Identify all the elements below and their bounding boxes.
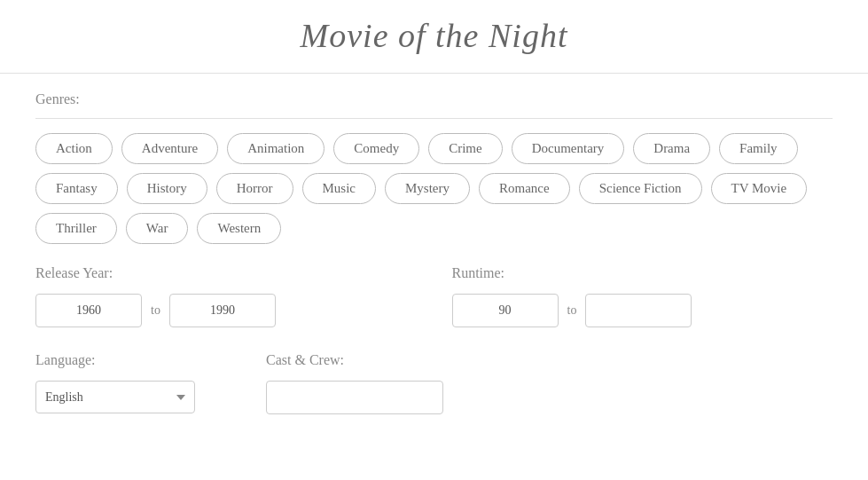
release-year-to-label: to — [151, 303, 160, 318]
genre-pill-family[interactable]: Family — [719, 133, 798, 164]
cast-crew-group: Cast & Crew: — [266, 352, 443, 414]
genre-pill-comedy[interactable]: Comedy — [333, 133, 419, 164]
genre-pill-war[interactable]: War — [126, 213, 189, 244]
language-select[interactable]: EnglishFrenchSpanishGermanItalianJapanes… — [35, 381, 195, 413]
filters-row: Release Year: to Runtime: to — [35, 265, 833, 327]
genre-pill-science_fiction[interactable]: Science Fiction — [579, 173, 702, 204]
runtime-to-label: to — [567, 303, 577, 318]
genre-pill-western[interactable]: Western — [197, 213, 281, 244]
genre-pill-tv_movie[interactable]: TV Movie — [711, 173, 808, 204]
genre-pill-crime[interactable]: Crime — [428, 133, 503, 164]
genres-section: Genres: ActionAdventureAnimationComedyCr… — [35, 91, 833, 244]
runtime-group: Runtime: to — [452, 265, 833, 327]
language-label: Language: — [35, 352, 231, 368]
genre-pill-animation[interactable]: Animation — [227, 133, 325, 164]
release-year-from[interactable] — [35, 294, 142, 327]
genres-divider — [35, 118, 833, 119]
release-year-label: Release Year: — [35, 265, 417, 281]
release-year-inputs: to — [35, 294, 417, 327]
genre-pill-thriller[interactable]: Thriller — [35, 213, 117, 244]
genre-pill-fantasy[interactable]: Fantasy — [35, 173, 118, 204]
language-group: Language: EnglishFrenchSpanishGermanItal… — [35, 352, 231, 414]
runtime-label: Runtime: — [452, 265, 833, 281]
cast-crew-label: Cast & Crew: — [266, 352, 443, 368]
genre-pill-history[interactable]: History — [127, 173, 207, 204]
page-header: Movie of the Night — [0, 0, 868, 74]
runtime-to[interactable] — [585, 294, 692, 327]
runtime-inputs: to — [452, 294, 833, 327]
genre-pill-romance[interactable]: Romance — [479, 173, 570, 204]
release-year-group: Release Year: to — [35, 265, 417, 327]
genre-pill-drama[interactable]: Drama — [633, 133, 710, 164]
genre-pill-action[interactable]: Action — [35, 133, 113, 164]
cast-crew-input[interactable] — [266, 381, 443, 414]
page-title: Movie of the Night — [0, 16, 868, 55]
genre-pill-mystery[interactable]: Mystery — [385, 173, 470, 204]
release-year-to[interactable] — [169, 294, 276, 327]
genre-pill-adventure[interactable]: Adventure — [121, 133, 218, 164]
genre-pill-music[interactable]: Music — [302, 173, 377, 204]
runtime-from[interactable] — [452, 294, 559, 327]
main-content: Genres: ActionAdventureAnimationComedyCr… — [0, 74, 868, 441]
genres-grid: ActionAdventureAnimationComedyCrimeDocum… — [35, 133, 833, 244]
genre-pill-horror[interactable]: Horror — [216, 173, 293, 204]
genres-label: Genres: — [35, 91, 833, 107]
genre-pill-documentary[interactable]: Documentary — [512, 133, 625, 164]
bottom-filters: Language: EnglishFrenchSpanishGermanItal… — [35, 352, 833, 414]
